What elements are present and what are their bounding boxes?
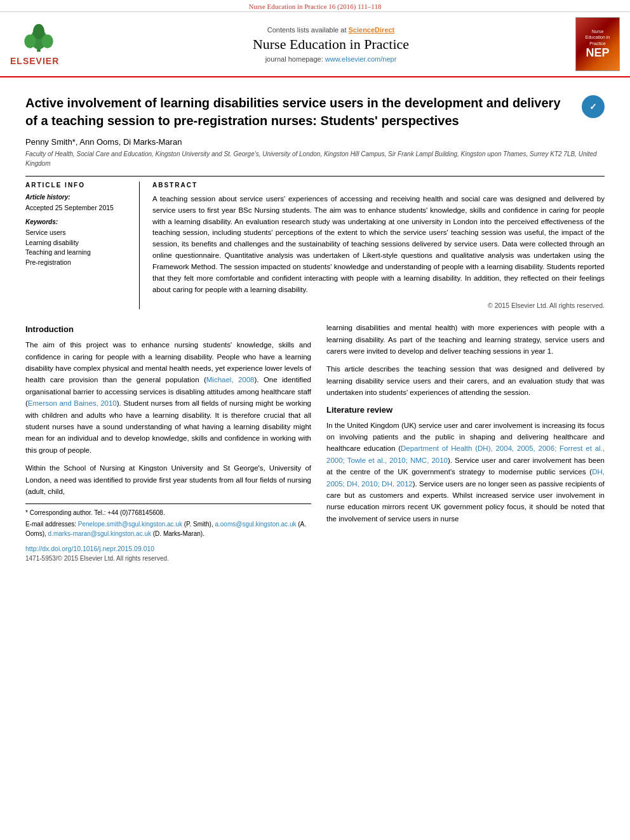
journal-homepage-line: journal homepage: www.elsevier.com/nepr (86, 55, 575, 63)
intro-heading: Introduction (25, 324, 311, 334)
body-content-section: Introduction The aim of this project was… (25, 322, 605, 562)
elsevier-label: ELSEVIER (10, 56, 59, 66)
crossmark-badge[interactable]: ✓ (582, 95, 605, 118)
intro-paragraph-2: Within the School of Nursing at Kingston… (25, 462, 311, 497)
authors-line: Penny Smith*, Ann Ooms, Di Marks-Maran (25, 137, 605, 147)
svg-point-3 (42, 34, 53, 48)
email2-link[interactable]: a.ooms@sgul.kingston.ac.uk (215, 521, 298, 528)
homepage-link[interactable]: www.elsevier.com/nepr (325, 55, 397, 63)
history-label: Article history: (25, 194, 130, 201)
right-paragraph-2: This article describes the teaching sess… (326, 363, 605, 398)
svg-point-4 (33, 23, 44, 39)
ref-michael-2008[interactable]: Michael, 2008 (206, 376, 255, 383)
cover-abbr: NEP (586, 46, 609, 60)
article-info-abstract-section: ARTICLE INFO Article history: Accepted 2… (25, 176, 605, 309)
journal-center-header: Contents lists available at ScienceDirec… (86, 26, 575, 63)
journal-name-title: Nurse Education in Practice (86, 36, 575, 53)
abstract-heading: ABSTRACT (152, 182, 605, 189)
journal-cover-thumbnail: NurseEducation inPractice NEP (575, 17, 620, 71)
svg-point-2 (24, 34, 36, 48)
keywords-label: Keywords: (25, 218, 130, 225)
body-right-column: learning disabilities and mental health)… (326, 322, 605, 562)
copyright-line: © 2015 Elsevier Ltd. All rights reserved… (152, 302, 605, 309)
article-title-block: ✓ Active involvement of learning disabil… (25, 94, 605, 130)
doi-section: http://dx.doi.org/10.1016/j.nepr.2015.09… (25, 543, 311, 562)
journal-citation-bar: Nurse Education in Practice 16 (2016) 11… (0, 0, 630, 12)
abstract-column: ABSTRACT A teaching session about servic… (152, 182, 605, 309)
article-info-heading: ARTICLE INFO (25, 182, 130, 189)
article-title: Active involvement of learning disabilit… (25, 94, 605, 130)
sciencedirect-link[interactable]: ScienceDirect (349, 26, 395, 34)
email3-link[interactable]: d.marks-maran@sgul.kingston.ac.uk (48, 530, 153, 537)
abstract-text: A teaching session about service users' … (152, 194, 605, 295)
issn-line: 1471-5953/© 2015 Elsevier Ltd. All right… (25, 555, 311, 562)
article-info-column: ARTICLE INFO Article history: Accepted 2… (25, 182, 140, 309)
body-left-column: Introduction The aim of this project was… (25, 322, 311, 562)
corresponding-note: * Corresponding author. Tel.: +44 (0)776… (25, 508, 311, 517)
doi-link[interactable]: http://dx.doi.org/10.1016/j.nepr.2015.09… (25, 545, 154, 552)
lit-review-paragraph-1: In the United Kingdom (UK) service user … (326, 420, 605, 525)
right-paragraph-1: learning disabilities and mental health)… (326, 322, 605, 357)
affiliation-text: Faculty of Health, Social Care and Educa… (25, 149, 605, 168)
email-addresses-line: E-mail addresses: Penelope.smith@sgul.ki… (25, 519, 311, 538)
journal-header: ELSEVIER Contents lists available at Sci… (0, 12, 630, 77)
email1-link[interactable]: Penelope.smith@sgul.kingston.ac.uk (78, 521, 184, 528)
elsevier-logo-area: ELSEVIER (10, 23, 86, 66)
crossmark-icon: ✓ (582, 95, 605, 118)
accepted-date: Accepted 25 September 2015 (25, 203, 130, 213)
ref-emerson-baines[interactable]: Emerson and Baines, 2010 (28, 399, 117, 407)
elsevier-tree-icon (10, 23, 67, 55)
keywords-list: Service usersLearning disabilityTeaching… (25, 228, 130, 268)
cover-text-lines: NurseEducation inPractice (586, 29, 610, 46)
sciencedirect-line: Contents lists available at ScienceDirec… (86, 26, 575, 34)
main-article-content: ✓ Active involvement of learning disabil… (0, 77, 630, 572)
ref-dh-2005[interactable]: DH, 2005; DH, 2010; DH, 2012 (326, 468, 605, 487)
ref-dh-2004[interactable]: Department of Health (DH), 2004, 2005, 2… (326, 444, 605, 463)
footnote-section: * Corresponding author. Tel.: +44 (0)776… (25, 503, 311, 538)
intro-paragraph-1: The aim of this project was to enhance n… (25, 339, 311, 456)
lit-review-heading: Literature review (326, 405, 605, 415)
citation-text: Nurse Education in Practice 16 (2016) 11… (249, 3, 382, 10)
